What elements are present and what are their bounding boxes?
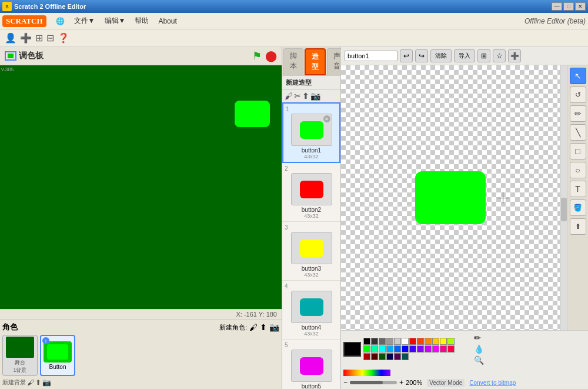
swatch-teal[interactable] [402, 353, 409, 360]
swatch-dark-purple[interactable] [394, 353, 401, 360]
scrollbar-thumb[interactable] [561, 198, 567, 221]
paint-sprite-icon[interactable]: 🖌 [249, 322, 258, 332]
menu-edit[interactable]: 编辑▼ [100, 14, 131, 28]
swatch-spring[interactable] [371, 345, 378, 353]
stage-controls[interactable]: ⚑ ⬤ [252, 49, 277, 62]
swatch-darkgray[interactable] [371, 338, 378, 345]
swatch-dark-blue[interactable] [402, 345, 409, 353]
swatch-dark-green[interactable] [379, 353, 386, 360]
tab-script[interactable]: 脚本 [283, 48, 303, 75]
upload-sprite-icon[interactable]: ⬆ [260, 322, 267, 332]
zoom-in-button[interactable]: ⊞ [477, 49, 490, 62]
zoom-slider[interactable] [350, 381, 397, 384]
redo-button[interactable]: ↪ [415, 49, 428, 62]
paint-backdrop-icon[interactable]: 🖌 [27, 378, 34, 387]
editor-scrollbar[interactable] [560, 65, 567, 330]
maximize-button[interactable]: □ [563, 2, 574, 11]
sprite-item-stage[interactable]: 舞台1背景 [2, 335, 38, 376]
swatch-magenta[interactable] [432, 345, 439, 353]
costume-item-1[interactable]: 1 ✕ button1 43x32 [282, 102, 340, 163]
globe-icon[interactable]: 🌐 [51, 15, 69, 27]
tab-costumes[interactable]: 造型 [305, 48, 326, 75]
sprite-item-button[interactable]: i Button [40, 335, 75, 376]
rect-tool[interactable]: □ [570, 143, 586, 159]
camera-costume-icon[interactable]: 📷 [310, 91, 320, 101]
swatch-navy[interactable] [386, 353, 393, 360]
swatch-gold[interactable] [432, 338, 439, 345]
close-button[interactable]: ✕ [575, 2, 586, 11]
eyedropper-icon[interactable]: 💧 [474, 344, 484, 354]
swatch-yellow-green[interactable] [447, 338, 455, 345]
swatch-dark-maroon[interactable] [371, 353, 378, 360]
swatch-sky[interactable] [386, 345, 393, 353]
paint-new-costume-icon[interactable]: 🖌 [285, 91, 293, 101]
add-icon[interactable]: ➕ [20, 32, 32, 44]
swatch-cyan[interactable] [379, 345, 386, 353]
fullscreen-icon[interactable]: ⊞ [35, 32, 43, 44]
swatch-indigo[interactable] [409, 345, 416, 353]
swatch-maroon[interactable] [363, 353, 370, 360]
zoom-out-button[interactable]: ☆ [493, 49, 506, 62]
zoom-out-icon[interactable]: − [343, 378, 348, 387]
help-icon[interactable]: ❓ [58, 32, 69, 44]
camera-backdrop-icon[interactable]: 📷 [42, 378, 51, 387]
text-tool[interactable]: T [570, 181, 586, 197]
eraser-icon[interactable]: ✏ [474, 333, 484, 343]
costume-delete-1[interactable]: ✕ [323, 115, 330, 122]
upload-costume-icon[interactable]: ⬆ [302, 91, 309, 101]
swatch-lightgray[interactable] [394, 338, 401, 345]
titlebar-controls[interactable]: — □ ✕ [552, 2, 586, 11]
swatch-blue[interactable] [394, 345, 401, 353]
swatch-yellow[interactable] [440, 338, 447, 345]
stamp-costume-icon[interactable]: ✂ [294, 91, 301, 101]
import-button[interactable]: 导入 [454, 49, 475, 62]
green-flag-button[interactable]: ⚑ [252, 49, 262, 62]
select-tool[interactable]: ↖ [570, 68, 586, 84]
color-gradient[interactable] [343, 370, 390, 376]
menu-about[interactable]: About [153, 15, 181, 27]
upload-backdrop-icon[interactable]: ⬆ [35, 378, 41, 387]
pencil-tool[interactable]: ✏ [570, 105, 586, 122]
flip-button[interactable]: ➕ [508, 49, 521, 62]
costume-name-input[interactable] [345, 51, 397, 61]
line-tool[interactable]: ╲ [570, 124, 586, 141]
titlebar-left: S Scratch 2 Offline Editor [2, 2, 86, 11]
stop-button[interactable]: ⬤ [265, 49, 277, 62]
swatch-red[interactable] [409, 338, 416, 345]
zoom-magnify-icon[interactable]: 🔍 [474, 355, 484, 365]
swatch-row-cool [363, 345, 409, 353]
fill-tool[interactable]: 🪣 [570, 200, 586, 216]
swatch-crimson[interactable] [447, 345, 455, 353]
convert-to-bitmap-button[interactable]: Convert to bitmap [469, 380, 516, 386]
zoom-in-icon[interactable]: + [399, 378, 403, 387]
swatch-midgray[interactable] [386, 338, 393, 345]
swatch-violet[interactable] [425, 345, 432, 353]
swatch-hot-pink[interactable] [440, 345, 447, 353]
swatch-green[interactable] [363, 345, 370, 353]
user-icon[interactable]: 👤 [5, 32, 16, 44]
editor-canvas[interactable] [341, 65, 560, 330]
costume-item-3[interactable]: 3 button3 43x32 [282, 222, 340, 281]
swatch-purple[interactable] [417, 345, 424, 353]
reshape-tool[interactable]: ↺ [570, 87, 586, 103]
swatch-red-orange[interactable] [417, 338, 424, 345]
sprite-button-label: Button [49, 364, 66, 370]
foreground-color[interactable] [343, 342, 361, 357]
costume-item-4[interactable]: 4 button4 43x32 [282, 281, 340, 340]
swatch-gray[interactable] [379, 338, 386, 345]
minimize-button[interactable]: — [552, 2, 562, 11]
camera-sprite-icon[interactable]: 📷 [269, 322, 279, 332]
costume-item-5[interactable]: 5 button5 43x32 [282, 340, 340, 389]
shrink-icon[interactable]: ⊟ [46, 32, 54, 44]
swatch-orange[interactable] [425, 338, 432, 345]
menu-help[interactable]: 帮助 [130, 14, 153, 28]
ellipse-tool[interactable]: ○ [570, 162, 586, 178]
costume-item-2[interactable]: 2 button2 43x32 [282, 163, 340, 222]
swatch-white[interactable] [402, 338, 409, 345]
stamp-tool[interactable]: ⬆ [570, 218, 586, 235]
undo-button[interactable]: ↩ [400, 49, 413, 62]
swatch-black[interactable] [363, 338, 370, 345]
menu-file[interactable]: 文件▼ [69, 14, 100, 28]
costume-name-4: button4 [302, 324, 321, 331]
clear-button[interactable]: 清除 [430, 49, 452, 62]
